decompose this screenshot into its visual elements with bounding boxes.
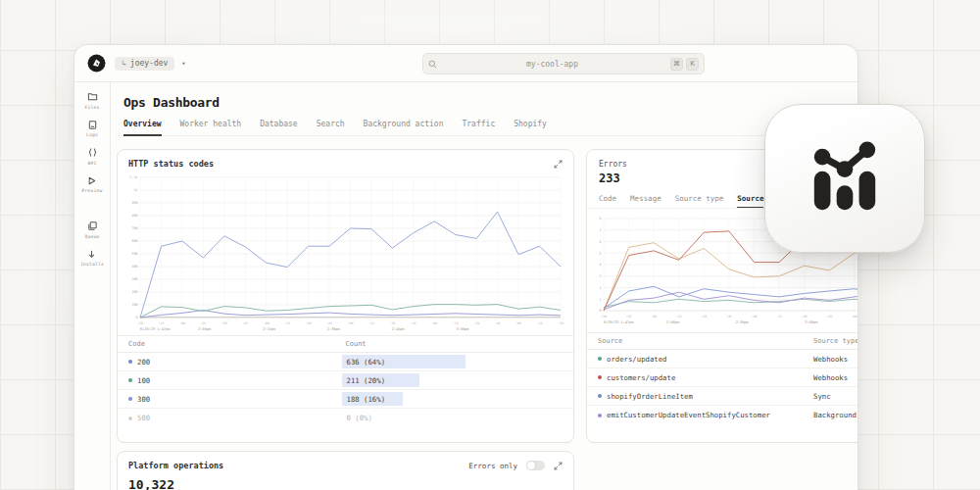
chevron-down-icon[interactable]: ▾	[181, 60, 185, 68]
folder-icon	[87, 91, 98, 102]
error-source: orders/updated	[607, 355, 667, 364]
svg-text::00: :00	[752, 315, 758, 318]
search-icon	[428, 60, 437, 69]
gadget-logo-icon[interactable]	[87, 54, 106, 73]
workspace-badge[interactable]: ↳ joey-dev	[115, 57, 174, 71]
workspace-name: joey-dev	[130, 59, 169, 68]
error-source: emitCustomerUpdateEventShopifyCustomer	[607, 411, 770, 419]
top-bar: ↳ joey-dev ▾ my-cool-app ⌘ K	[74, 45, 858, 82]
svg-text::00: :00	[515, 321, 521, 325]
series-dot	[598, 394, 602, 398]
tab-worker-health[interactable]: Worker health	[180, 120, 242, 128]
tab-database[interactable]: Database	[260, 120, 298, 128]
svg-text::00: :00	[179, 321, 185, 325]
svg-text::45: :45	[626, 315, 632, 318]
return-arrow-icon: ↳	[122, 59, 126, 68]
table-row: orders/updated Webhooks	[587, 350, 858, 368]
svg-text::15: :15	[776, 315, 782, 318]
sidebar-item-queue[interactable]: Queue	[85, 220, 100, 239]
errors-tab-code[interactable]: Code	[599, 194, 616, 208]
errors-only-toggle[interactable]	[526, 461, 545, 470]
errors-tab-source-type[interactable]: Source type	[675, 194, 724, 208]
table-row: 200 636 (64%)	[118, 353, 573, 371]
error-source-type: Webhooks	[813, 373, 858, 382]
series-dot	[128, 360, 132, 364]
errors-table: Source Source type orders/updated Webhoo…	[587, 332, 858, 424]
sidebar-item-preview[interactable]: Preview	[82, 175, 103, 194]
status-code: 500	[137, 414, 150, 422]
tab-traffic[interactable]: Traffic	[462, 120, 495, 128]
http-status-chart: :30:45:00:15:30:45:00:15:30:45:00:15:30:…	[122, 173, 566, 333]
column-header-source: Source	[598, 337, 813, 345]
sidebar-item-installs[interactable]: Installs	[80, 249, 104, 268]
series-dot	[128, 397, 132, 401]
svg-text::45: :45	[495, 321, 501, 325]
svg-text:3:00pm: 3:00pm	[456, 327, 468, 331]
count-value: 0 (0%)	[346, 414, 372, 422]
svg-text:3: 3	[599, 274, 601, 278]
tab-search[interactable]: Search	[317, 120, 345, 128]
card-title: Platform operations	[128, 461, 223, 470]
svg-text:1: 1	[599, 298, 601, 302]
sidebar-item-api[interactable]: API	[87, 147, 98, 166]
svg-text:0: 0	[135, 316, 137, 319]
svg-text::00: :00	[348, 321, 354, 325]
svg-text:2:15pm: 2:15pm	[263, 327, 275, 331]
svg-text::30: :30	[390, 321, 396, 325]
svg-text:6: 6	[599, 240, 601, 244]
status-code: 300	[137, 395, 150, 404]
http-status-codes-card: HTTP status codes :30:45:00:15:30:45:00:…	[117, 149, 574, 443]
layers-icon	[87, 220, 98, 231]
sidebar-item-label: Logs	[86, 132, 98, 137]
svg-text:1k: 1k	[133, 188, 137, 192]
status-code: 100	[137, 376, 150, 385]
sidebar: Files Logs API Preview Queue Installs	[74, 82, 111, 490]
card-title: HTTP status codes	[128, 159, 214, 169]
svg-text:2: 2	[599, 286, 601, 290]
app-window: ↳ joey-dev ▾ my-cool-app ⌘ K Files Logs	[74, 44, 858, 490]
table-row: 100 211 (20%)	[118, 371, 573, 390]
sidebar-item-label: Files	[85, 105, 100, 110]
error-source: customers/update	[607, 373, 675, 382]
table-row: customers/update Webhooks	[587, 368, 858, 387]
svg-text:400: 400	[131, 265, 137, 269]
tab-background-action[interactable]: Background action	[364, 120, 444, 128]
svg-text:2:45pm: 2:45pm	[392, 327, 405, 331]
svg-text:200: 200	[131, 290, 137, 294]
bar-line-chart-logo-icon	[794, 130, 896, 227]
svg-text::15: :15	[284, 321, 290, 325]
expand-icon[interactable]	[554, 462, 563, 470]
svg-text::15: :15	[537, 321, 543, 325]
svg-text::30: :30	[802, 315, 808, 318]
error-source: shopifyOrderLineItem	[607, 392, 693, 401]
sidebar-item-files[interactable]: Files	[85, 91, 100, 110]
tab-overview[interactable]: Overview	[123, 120, 162, 128]
error-source-type: Background	[813, 411, 858, 419]
errors-only-label: Errors only	[468, 462, 517, 470]
svg-text::30: :30	[473, 321, 479, 325]
svg-text:6/20/23 1:47pm: 6/20/23 1:47pm	[140, 327, 170, 331]
svg-text::45: :45	[826, 315, 832, 318]
svg-text:500: 500	[131, 252, 137, 256]
svg-text:300: 300	[131, 277, 137, 281]
sidebar-item-logs[interactable]: Logs	[86, 120, 98, 138]
table-row: emitCustomerUpdateEventShopifyCustomer B…	[587, 406, 858, 424]
global-search-input[interactable]: my-cool-app ⌘ K	[422, 53, 705, 74]
platform-operations-card: Platform operations Errors only 10,322	[117, 451, 574, 490]
svg-text:2:00pm: 2:00pm	[198, 327, 211, 331]
svg-text:6/20/23 1:47pm: 6/20/23 1:47pm	[604, 320, 633, 324]
table-row: shopifyOrderLineItem Sync	[587, 387, 858, 406]
errors-tab-message[interactable]: Message	[630, 194, 662, 208]
dashboard-tabs: Overview Worker health Database Search B…	[117, 120, 858, 136]
tab-shopify[interactable]: Shopify	[514, 120, 547, 128]
svg-text::45: :45	[411, 321, 416, 325]
status-code: 200	[137, 358, 150, 367]
svg-text::45: :45	[242, 321, 248, 325]
svg-text::15: :15	[676, 315, 682, 318]
expand-icon[interactable]	[554, 160, 563, 169]
svg-text::30: :30	[558, 321, 564, 325]
table-row: 500 0 (0%)	[118, 409, 573, 427]
svg-text::00: :00	[264, 321, 270, 325]
errors-tab-source[interactable]: Source	[737, 194, 763, 208]
download-arrow-icon	[86, 249, 97, 260]
